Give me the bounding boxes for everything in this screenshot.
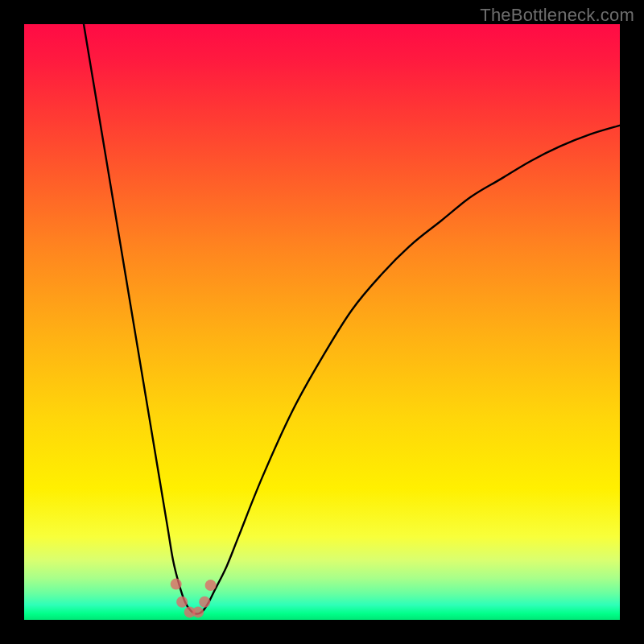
chart-frame: TheBottleneck.com [0,0,644,644]
curve-marker [205,580,217,591]
watermark-text: TheBottleneck.com [480,5,634,26]
curve-marker [176,597,188,608]
curve-marker [199,597,210,608]
curve-svg [24,24,620,620]
bottleneck-curve [84,24,620,614]
curve-marker [171,579,182,590]
curve-marker [192,606,204,617]
curve-markers [171,579,217,618]
plot-area [24,24,620,620]
